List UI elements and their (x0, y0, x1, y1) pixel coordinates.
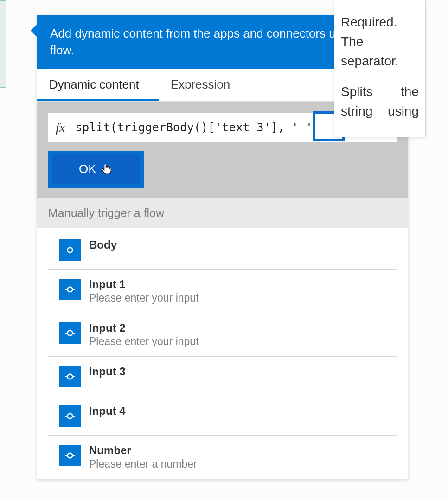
tooltip-line-1: Required. The separator. (341, 13, 419, 71)
list-item-text: Body (89, 238, 117, 251)
ok-button[interactable]: OK (52, 154, 140, 184)
list-item[interactable]: Input 4 (48, 396, 397, 436)
list-item-text: Input 1Please enter your input (89, 278, 199, 304)
trigger-icon (59, 322, 81, 344)
ok-button-label: OK (79, 162, 96, 176)
list-item-text: Input 4 (89, 405, 126, 418)
dynamic-content-list: BodyInput 1Please enter your inputInput … (37, 228, 408, 479)
list-item-title: Input 3 (89, 365, 126, 378)
trigger-icon (59, 405, 81, 427)
list-item-text: Input 2Please enter your input (89, 321, 199, 348)
fx-icon: fx (56, 120, 65, 135)
section-header: Manually trigger a flow (37, 198, 408, 228)
tab-expression[interactable]: Expression (159, 69, 250, 101)
list-item-subtitle: Please enter a number (89, 458, 197, 470)
list-item-subtitle: Please enter your input (89, 335, 199, 348)
list-item-subtitle: Please enter your input (89, 292, 199, 304)
list-item[interactable]: NumberPlease enter a number (48, 436, 397, 479)
trigger-icon (59, 445, 81, 466)
tooltip-line-2: Splits the string using (341, 82, 419, 121)
trigger-icon (59, 279, 81, 300)
pointer-cursor-icon (100, 162, 113, 177)
list-item[interactable]: Input 1Please enter your input (48, 270, 397, 313)
callout-arrow-icon (31, 24, 37, 37)
section-header-title: Manually trigger a flow (48, 206, 164, 219)
list-item-text: Input 3 (89, 365, 126, 378)
ok-button-highlight: OK (48, 151, 144, 188)
list-item-title: Input 1 (89, 278, 199, 291)
list-item[interactable]: Body (48, 228, 397, 270)
list-item-title: Input 4 (89, 405, 126, 418)
list-item-title: Input 2 (89, 321, 199, 334)
list-item[interactable]: Input 3 (48, 357, 397, 396)
list-item-title: Number (89, 444, 197, 457)
left-connector-edge (0, 0, 6, 88)
trigger-icon (59, 239, 81, 261)
list-item[interactable]: Input 2Please enter your input (48, 313, 397, 357)
list-item-title: Body (89, 238, 117, 251)
list-item-text: NumberPlease enter a number (89, 444, 197, 470)
tab-dynamic-content[interactable]: Dynamic content (37, 69, 159, 101)
parameter-tooltip: Required. The separator. Splits the stri… (334, 0, 426, 137)
trigger-icon (59, 366, 81, 387)
